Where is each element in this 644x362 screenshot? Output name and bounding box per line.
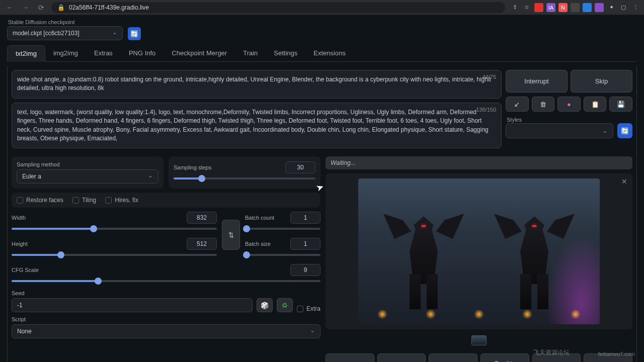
- styles-select[interactable]: [506, 123, 613, 138]
- sampling-steps-value[interactable]: 30: [285, 161, 315, 173]
- open-folder-button[interactable]: 📁: [326, 353, 374, 362]
- close-output-button[interactable]: ✕: [621, 177, 627, 186]
- tab-settings[interactable]: Settings: [266, 45, 305, 61]
- seed-input[interactable]: -1: [12, 298, 253, 312]
- reload-button[interactable]: ⟳: [36, 3, 46, 13]
- send-img2img-button[interactable]: Send to img2img: [480, 353, 529, 362]
- tab-pnginfo[interactable]: PNG Info: [121, 45, 164, 61]
- seed-label: Seed: [12, 290, 320, 296]
- sampling-steps-label: Sampling steps: [174, 164, 211, 170]
- share-icon[interactable]: ⇧: [510, 3, 519, 12]
- hires-fix-checkbox[interactable]: Hires. fix: [105, 197, 138, 204]
- ext-icon-n[interactable]: N: [558, 3, 568, 12]
- clipboard-icon-button[interactable]: 📋: [584, 97, 607, 112]
- output-image-container: ✕: [326, 173, 632, 329]
- forward-button[interactable]: →: [20, 3, 31, 13]
- watermark-2: feitianwu7.com: [598, 351, 635, 357]
- width-slider[interactable]: [12, 224, 217, 234]
- browser-extensions: ⇧ ☆ IA N ✦ ▢ ⋮: [510, 3, 640, 12]
- prompt-text: wide shot angle, a (gundam:0.8) robot st…: [17, 76, 491, 92]
- thumbnail-row: [326, 333, 632, 347]
- random-seed-button[interactable]: 🎲: [257, 298, 273, 312]
- generated-image[interactable]: [358, 178, 600, 324]
- script-select[interactable]: None: [12, 324, 320, 338]
- bookmark-icon[interactable]: ☆: [522, 3, 531, 12]
- cfg-value[interactable]: 9: [290, 264, 320, 276]
- prompt-token-count: 44/75: [482, 73, 496, 81]
- checkpoint-label: Stable Diffusion checkpoint: [7, 19, 123, 25]
- main-tabs: txt2img img2img Extras PNG Info Checkpoi…: [7, 45, 637, 62]
- arrow-icon-button[interactable]: ↙: [506, 97, 529, 112]
- menu-icon[interactable]: ⋮: [631, 3, 640, 12]
- script-value: None: [17, 328, 32, 335]
- batch-size-label: Batch size: [245, 241, 271, 247]
- height-slider[interactable]: [12, 250, 217, 260]
- width-label: Width: [12, 215, 26, 221]
- tab-merger[interactable]: Checkpoint Merger: [164, 45, 235, 61]
- ext-icon-ia[interactable]: IA: [546, 3, 555, 12]
- sampling-steps-slider[interactable]: [174, 173, 315, 184]
- swap-dimensions-button[interactable]: ⇅: [222, 220, 240, 250]
- batch-size-value[interactable]: 1: [290, 238, 320, 250]
- script-label: Script: [12, 316, 320, 322]
- ext-icon-1[interactable]: [534, 3, 543, 12]
- interrupt-button[interactable]: Interrupt: [506, 70, 568, 93]
- save-button[interactable]: Save: [377, 353, 426, 362]
- cfg-slider[interactable]: [12, 276, 320, 286]
- tab-extras[interactable]: Extras: [86, 45, 121, 61]
- panel-icon[interactable]: ▢: [619, 3, 628, 12]
- checkpoint-row: Stable Diffusion checkpoint model.ckpt […: [7, 19, 637, 40]
- ext-icon-3[interactable]: [583, 3, 592, 12]
- tab-img2img[interactable]: img2img: [45, 45, 86, 61]
- ext-icon-2[interactable]: [571, 3, 580, 12]
- browser-chrome: ← → ⟳ 🔒 02a56ff4-71ff-439e.gradio.live ⇧…: [0, 0, 644, 15]
- thumbnail[interactable]: [471, 335, 487, 345]
- batch-count-value[interactable]: 1: [290, 212, 320, 224]
- sampling-method-select[interactable]: Euler a: [17, 169, 158, 184]
- height-label: Height: [12, 241, 28, 247]
- restore-faces-checkbox[interactable]: Restore faces: [17, 197, 63, 204]
- tab-txt2img[interactable]: txt2img: [7, 45, 45, 62]
- apply-style-button[interactable]: 🔄: [617, 123, 632, 138]
- batch-count-slider[interactable]: [245, 224, 320, 234]
- prompt-input[interactable]: 44/75 wide shot angle, a (gundam:0.8) ro…: [12, 70, 502, 99]
- url-bar[interactable]: 🔒 02a56ff4-71ff-439e.gradio.live: [51, 2, 505, 13]
- reuse-seed-button[interactable]: ♻: [277, 298, 293, 312]
- negative-token-count: 138/150: [476, 106, 496, 114]
- negative-prompt-input[interactable]: 138/150 text, logo, watermark, (worst qu…: [12, 103, 502, 149]
- lock-icon: 🔒: [57, 4, 65, 11]
- sampling-method-value: Euler a: [22, 173, 41, 180]
- checkpoint-value: model.ckpt [cc6cb27103]: [13, 30, 79, 37]
- tab-extensions[interactable]: Extensions: [305, 45, 354, 61]
- cfg-label: CFG Scale: [12, 267, 39, 273]
- refresh-checkpoint-button[interactable]: 🔄: [128, 27, 141, 40]
- save-style-icon-button[interactable]: 💾: [609, 97, 632, 112]
- output-status: Waiting...: [326, 156, 632, 169]
- zip-button[interactable]: Zip: [429, 353, 477, 362]
- tiling-checkbox[interactable]: Tiling: [72, 197, 96, 204]
- seed-extra-checkbox[interactable]: Extra: [297, 305, 320, 312]
- tab-train[interactable]: Train: [235, 45, 266, 61]
- skip-button[interactable]: Skip: [571, 70, 632, 93]
- ext-icon-4[interactable]: [595, 3, 604, 12]
- art-icon-button[interactable]: ●: [557, 97, 581, 112]
- puzzle-icon[interactable]: ✦: [607, 3, 616, 12]
- watermark-1: 飞天资源论坛: [533, 348, 570, 357]
- back-button[interactable]: ←: [4, 3, 15, 13]
- sampling-method-label: Sampling method: [17, 161, 158, 167]
- url-text: 02a56ff4-71ff-439e.gradio.live: [69, 4, 149, 11]
- width-value[interactable]: 832: [187, 212, 217, 224]
- height-value[interactable]: 512: [187, 238, 217, 250]
- batch-count-label: Batch count: [245, 215, 274, 221]
- styles-label: Styles: [506, 117, 522, 123]
- checkpoint-select[interactable]: model.ckpt [cc6cb27103]: [7, 26, 123, 40]
- trash-icon-button[interactable]: 🗑: [532, 97, 555, 112]
- batch-size-slider[interactable]: [245, 250, 320, 260]
- negative-prompt-text: text, logo, watermark, (worst quality, l…: [17, 109, 489, 142]
